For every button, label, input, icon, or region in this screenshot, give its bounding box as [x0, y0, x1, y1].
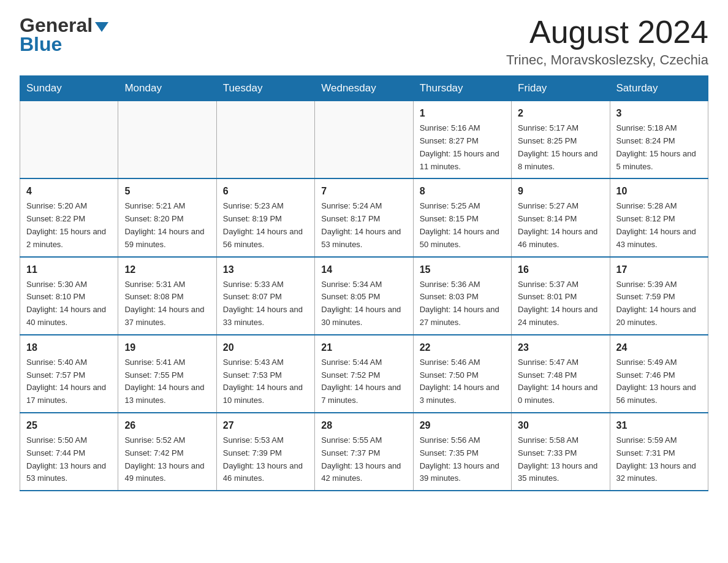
calendar-header-sunday: Sunday [20, 76, 118, 101]
calendar-header-thursday: Thursday [413, 76, 511, 101]
day-info: Sunrise: 5:53 AM Sunset: 7:39 PM Dayligh… [223, 434, 308, 485]
day-number: 28 [321, 418, 406, 433]
calendar-cell: 5Sunrise: 5:21 AM Sunset: 8:20 PM Daylig… [118, 178, 216, 256]
calendar-cell: 17Sunrise: 5:39 AM Sunset: 7:59 PM Dayli… [610, 257, 708, 335]
subtitle: Trinec, Moravskoslezsky, Czechia [506, 52, 708, 68]
day-info: Sunrise: 5:56 AM Sunset: 7:35 PM Dayligh… [420, 434, 505, 485]
day-info: Sunrise: 5:52 AM Sunset: 7:42 PM Dayligh… [124, 434, 210, 485]
calendar-cell: 25Sunrise: 5:50 AM Sunset: 7:44 PM Dayli… [20, 413, 118, 491]
day-number: 8 [420, 184, 505, 199]
calendar-cell: 8Sunrise: 5:25 AM Sunset: 8:15 PM Daylig… [413, 178, 511, 256]
day-info: Sunrise: 5:43 AM Sunset: 7:53 PM Dayligh… [223, 356, 308, 407]
logo-blue-text: Blue [20, 34, 62, 55]
day-info: Sunrise: 5:59 AM Sunset: 7:31 PM Dayligh… [616, 434, 702, 485]
calendar-cell: 24Sunrise: 5:49 AM Sunset: 7:46 PM Dayli… [610, 335, 708, 413]
calendar-cell: 26Sunrise: 5:52 AM Sunset: 7:42 PM Dayli… [118, 413, 216, 491]
calendar-cell: 10Sunrise: 5:28 AM Sunset: 8:12 PM Dayli… [610, 178, 708, 256]
day-number: 24 [616, 340, 702, 355]
day-number: 30 [518, 418, 603, 433]
calendar-cell: 18Sunrise: 5:40 AM Sunset: 7:57 PM Dayli… [20, 335, 118, 413]
logo: General Blue [20, 15, 108, 55]
calendar-cell: 15Sunrise: 5:36 AM Sunset: 8:03 PM Dayli… [413, 257, 511, 335]
calendar-header-tuesday: Tuesday [216, 76, 314, 101]
calendar-cell: 16Sunrise: 5:37 AM Sunset: 8:01 PM Dayli… [512, 257, 610, 335]
calendar-cell: 13Sunrise: 5:33 AM Sunset: 8:07 PM Dayli… [216, 257, 314, 335]
day-number: 4 [26, 184, 112, 199]
calendar-cell: 2Sunrise: 5:17 AM Sunset: 8:25 PM Daylig… [512, 101, 610, 179]
title-block: August 2024 Trinec, Moravskoslezsky, Cze… [506, 15, 708, 68]
calendar-cell: 14Sunrise: 5:34 AM Sunset: 8:05 PM Dayli… [315, 257, 413, 335]
main-title: August 2024 [506, 15, 708, 50]
day-number: 17 [616, 262, 702, 277]
day-info: Sunrise: 5:28 AM Sunset: 8:12 PM Dayligh… [616, 200, 702, 251]
calendar-cell: 22Sunrise: 5:46 AM Sunset: 7:50 PM Dayli… [413, 335, 511, 413]
day-number: 10 [616, 184, 702, 199]
day-info: Sunrise: 5:55 AM Sunset: 7:37 PM Dayligh… [321, 434, 406, 485]
day-info: Sunrise: 5:36 AM Sunset: 8:03 PM Dayligh… [420, 278, 505, 329]
calendar-cell: 6Sunrise: 5:23 AM Sunset: 8:19 PM Daylig… [216, 178, 314, 256]
day-number: 11 [26, 262, 112, 277]
header-row: General Blue August 2024 Trinec, Moravsk… [20, 15, 708, 68]
day-info: Sunrise: 5:20 AM Sunset: 8:22 PM Dayligh… [26, 200, 112, 251]
calendar-cell: 30Sunrise: 5:58 AM Sunset: 7:33 PM Dayli… [512, 413, 610, 491]
day-info: Sunrise: 5:24 AM Sunset: 8:17 PM Dayligh… [321, 200, 406, 251]
calendar-week-row: 11Sunrise: 5:30 AM Sunset: 8:10 PM Dayli… [20, 257, 708, 335]
calendar-cell: 1Sunrise: 5:16 AM Sunset: 8:27 PM Daylig… [413, 101, 511, 179]
day-info: Sunrise: 5:37 AM Sunset: 8:01 PM Dayligh… [518, 278, 603, 329]
calendar-cell: 11Sunrise: 5:30 AM Sunset: 8:10 PM Dayli… [20, 257, 118, 335]
day-info: Sunrise: 5:23 AM Sunset: 8:19 PM Dayligh… [223, 200, 308, 251]
logo-triangle-icon [95, 22, 108, 32]
day-info: Sunrise: 5:44 AM Sunset: 7:52 PM Dayligh… [321, 356, 406, 407]
calendar-cell: 21Sunrise: 5:44 AM Sunset: 7:52 PM Dayli… [315, 335, 413, 413]
day-info: Sunrise: 5:49 AM Sunset: 7:46 PM Dayligh… [616, 356, 702, 407]
day-info: Sunrise: 5:39 AM Sunset: 7:59 PM Dayligh… [616, 278, 702, 329]
calendar-week-row: 1Sunrise: 5:16 AM Sunset: 8:27 PM Daylig… [20, 101, 708, 179]
day-info: Sunrise: 5:17 AM Sunset: 8:25 PM Dayligh… [518, 122, 603, 173]
day-info: Sunrise: 5:40 AM Sunset: 7:57 PM Dayligh… [26, 356, 112, 407]
calendar-cell [20, 101, 118, 179]
day-number: 1 [420, 106, 505, 121]
day-number: 23 [518, 340, 603, 355]
day-info: Sunrise: 5:33 AM Sunset: 8:07 PM Dayligh… [223, 278, 308, 329]
day-number: 15 [420, 262, 505, 277]
day-number: 27 [223, 418, 308, 433]
day-number: 26 [124, 418, 210, 433]
calendar-cell [315, 101, 413, 179]
calendar-cell: 3Sunrise: 5:18 AM Sunset: 8:24 PM Daylig… [610, 101, 708, 179]
day-number: 12 [124, 262, 210, 277]
day-number: 21 [321, 340, 406, 355]
calendar-week-row: 18Sunrise: 5:40 AM Sunset: 7:57 PM Dayli… [20, 335, 708, 413]
day-number: 25 [26, 418, 112, 433]
day-info: Sunrise: 5:31 AM Sunset: 8:08 PM Dayligh… [124, 278, 210, 329]
day-info: Sunrise: 5:41 AM Sunset: 7:55 PM Dayligh… [124, 356, 210, 407]
calendar-cell [216, 101, 314, 179]
day-number: 19 [124, 340, 210, 355]
calendar-header-wednesday: Wednesday [315, 76, 413, 101]
day-number: 7 [321, 184, 406, 199]
day-number: 22 [420, 340, 505, 355]
day-info: Sunrise: 5:18 AM Sunset: 8:24 PM Dayligh… [616, 122, 702, 173]
calendar-cell [118, 101, 216, 179]
day-info: Sunrise: 5:47 AM Sunset: 7:48 PM Dayligh… [518, 356, 603, 407]
day-number: 6 [223, 184, 308, 199]
calendar-header-row: SundayMondayTuesdayWednesdayThursdayFrid… [20, 76, 708, 101]
calendar-cell: 12Sunrise: 5:31 AM Sunset: 8:08 PM Dayli… [118, 257, 216, 335]
day-number: 20 [223, 340, 308, 355]
day-info: Sunrise: 5:30 AM Sunset: 8:10 PM Dayligh… [26, 278, 112, 329]
calendar-cell: 28Sunrise: 5:55 AM Sunset: 7:37 PM Dayli… [315, 413, 413, 491]
calendar-cell: 23Sunrise: 5:47 AM Sunset: 7:48 PM Dayli… [512, 335, 610, 413]
calendar-header-friday: Friday [512, 76, 610, 101]
calendar-cell: 7Sunrise: 5:24 AM Sunset: 8:17 PM Daylig… [315, 178, 413, 256]
calendar-cell: 4Sunrise: 5:20 AM Sunset: 8:22 PM Daylig… [20, 178, 118, 256]
day-info: Sunrise: 5:58 AM Sunset: 7:33 PM Dayligh… [518, 434, 603, 485]
day-number: 29 [420, 418, 505, 433]
day-info: Sunrise: 5:50 AM Sunset: 7:44 PM Dayligh… [26, 434, 112, 485]
day-info: Sunrise: 5:25 AM Sunset: 8:15 PM Dayligh… [420, 200, 505, 251]
day-number: 2 [518, 106, 603, 121]
calendar-week-row: 4Sunrise: 5:20 AM Sunset: 8:22 PM Daylig… [20, 178, 708, 256]
day-number: 18 [26, 340, 112, 355]
calendar-cell: 29Sunrise: 5:56 AM Sunset: 7:35 PM Dayli… [413, 413, 511, 491]
day-number: 16 [518, 262, 603, 277]
calendar-cell: 27Sunrise: 5:53 AM Sunset: 7:39 PM Dayli… [216, 413, 314, 491]
day-number: 3 [616, 106, 702, 121]
